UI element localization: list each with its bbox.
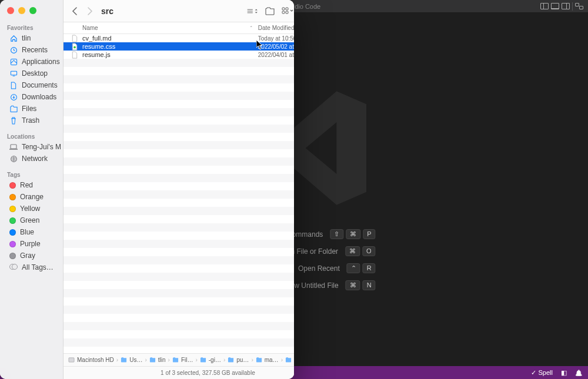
sidebar-item-desktop[interactable]: Desktop: [2, 68, 61, 79]
sidebar-item-red[interactable]: Red: [2, 179, 61, 191]
sidebar-item-applications[interactable]: Applications: [2, 56, 61, 68]
finder-window[interactable]: FavoritestlinRecentsApplicationsDesktopD…: [0, 0, 294, 379]
breadcrumb-separator: ›: [168, 357, 170, 363]
breadcrumb-item[interactable]: Macintosh HD: [68, 357, 114, 364]
status-spell[interactable]: Spell: [531, 369, 553, 377]
app-grid-icon: [9, 58, 18, 66]
status-feedback-icon[interactable]: [561, 369, 567, 377]
sidebar-item-downloads[interactable]: Downloads: [2, 91, 61, 103]
sidebar-item-green[interactable]: Green: [2, 214, 61, 226]
sidebar-item-label: tlin: [22, 34, 31, 42]
sidebar-item-all-tags-[interactable]: All Tags…: [2, 261, 61, 273]
tag-dot-icon: [9, 241, 16, 247]
breadcrumb-label: Fil…: [181, 357, 193, 363]
folder-icon: [9, 105, 18, 113]
sidebar-item-blue[interactable]: Blue: [2, 226, 61, 238]
column-headers[interactable]: Nameˆ Date Modified Size: [64, 22, 294, 34]
layout-left-icon[interactable]: [540, 3, 549, 9]
column-name[interactable]: Nameˆ: [82, 25, 258, 31]
home-icon: [9, 34, 18, 42]
sidebar-item-label: Blue: [20, 228, 34, 236]
breadcrumb-item[interactable]: src: [285, 357, 294, 364]
sidebar-item-label: Yellow: [20, 204, 40, 213]
svg-rect-7: [286, 8, 288, 10]
folder-icon: [172, 357, 179, 364]
layout-right-icon[interactable]: [562, 3, 570, 9]
folder-icon: [285, 357, 292, 364]
breadcrumb-item[interactable]: -gi…: [200, 357, 221, 364]
zoom-window-button[interactable]: [29, 7, 36, 14]
file-icon: [71, 34, 79, 42]
sidebar-item-files[interactable]: Files: [2, 103, 61, 115]
svg-rect-4: [11, 145, 16, 149]
svg-rect-12: [69, 357, 74, 361]
finder-toolbar[interactable]: src: [64, 0, 294, 22]
sidebar-item-network[interactable]: Network: [2, 153, 61, 165]
back-button[interactable]: [69, 6, 80, 16]
action-menu-button[interactable]: [282, 5, 293, 17]
close-window-button[interactable]: [7, 7, 14, 14]
tag-dot-icon: [9, 206, 16, 212]
key: O: [362, 246, 376, 256]
file-date: Today at 10:50: [258, 35, 294, 42]
file-row[interactable]: cv_full.mdToday at 10:508 KB: [64, 34, 294, 42]
file-row[interactable]: resume.js2022/04/01 at 19:36162 bytes: [64, 51, 294, 59]
sidebar-item-teng-jui-s-m2-[interactable]: Teng-Jui's M2…: [2, 141, 61, 153]
laptop-icon: [9, 143, 18, 151]
view-list-button[interactable]: [246, 5, 258, 17]
breadcrumb-separator: ›: [281, 357, 283, 363]
svg-rect-8: [282, 11, 285, 14]
sidebar-item-orange[interactable]: Orange: [2, 191, 61, 203]
sidebar-item-trash[interactable]: Trash: [2, 115, 61, 126]
breadcrumb-label: Macintosh HD: [77, 357, 114, 363]
tag-dot-icon: [9, 229, 16, 236]
file-date: 2022/04/01 at 19:36: [258, 52, 294, 58]
sidebar-item-yellow[interactable]: Yellow: [2, 203, 61, 214]
breadcrumb-label: pu…: [236, 357, 249, 363]
sidebar-section-header: Tags: [0, 169, 63, 179]
file-name: resume.js: [82, 51, 258, 58]
folder-icon: [256, 357, 263, 364]
sidebar-item-purple[interactable]: Purple: [2, 238, 61, 250]
breadcrumb-separator: ›: [116, 357, 118, 363]
disk-icon: [68, 357, 75, 364]
sidebar-item-label: Green: [20, 216, 39, 224]
minimize-window-button[interactable]: [18, 7, 25, 14]
sidebar-item-tlin[interactable]: tlin: [2, 32, 61, 44]
hint-keys: ⌃R: [347, 263, 376, 273]
sidebar-section-header: Favorites: [0, 22, 63, 32]
sidebar-item-recents[interactable]: Recents: [2, 44, 61, 56]
breadcrumb-label: ma…: [265, 357, 279, 363]
svg-rect-9: [286, 11, 288, 14]
vscode-layout-controls[interactable]: [540, 2, 583, 11]
folder-icon: [200, 357, 207, 364]
window-controls[interactable]: [0, 5, 63, 22]
breadcrumb-item[interactable]: Us…: [121, 357, 142, 364]
column-date-modified[interactable]: Date Modified: [258, 25, 294, 31]
key: R: [363, 263, 376, 273]
tag-dot-icon: [9, 194, 16, 200]
status-bell-icon[interactable]: [575, 369, 582, 376]
file-list[interactable]: cv_full.mdToday at 10:508 KBresume.css20…: [64, 34, 294, 353]
breadcrumb-item[interactable]: pu…: [228, 357, 249, 364]
sidebar-item-documents[interactable]: Documents: [2, 79, 61, 91]
file-row[interactable]: resume.css2022/05/02 at 18:581 KB: [64, 42, 294, 51]
layout-bottom-icon[interactable]: [551, 3, 559, 9]
sidebar-item-label: Recents: [22, 46, 48, 54]
group-button[interactable]: [264, 5, 276, 17]
path-bar[interactable]: Macintosh HD›Us…›tlin›Fil…›-gi…›pu…›ma…›…: [64, 353, 294, 366]
finder-sidebar[interactable]: FavoritestlinRecentsApplicationsDesktopD…: [0, 0, 64, 379]
layout-customize-icon[interactable]: [575, 3, 583, 9]
breadcrumb-label: tlin: [158, 357, 166, 363]
finder-main-pane: src Nameˆ Date Modified Size cv_full.mdT…: [64, 0, 294, 379]
sidebar-item-gray[interactable]: Gray: [2, 250, 61, 261]
breadcrumb-label: Us…: [129, 357, 142, 363]
forward-button[interactable]: [85, 6, 95, 16]
file-date: 2022/05/02 at 18:58: [258, 43, 294, 50]
breadcrumb-item[interactable]: ma…: [256, 357, 279, 364]
breadcrumb-item[interactable]: tlin: [149, 357, 166, 364]
breadcrumb-item[interactable]: Fil…: [172, 357, 193, 364]
sidebar-item-label: All Tags…: [22, 263, 54, 271]
key: P: [363, 229, 375, 239]
file-icon: [71, 51, 79, 59]
